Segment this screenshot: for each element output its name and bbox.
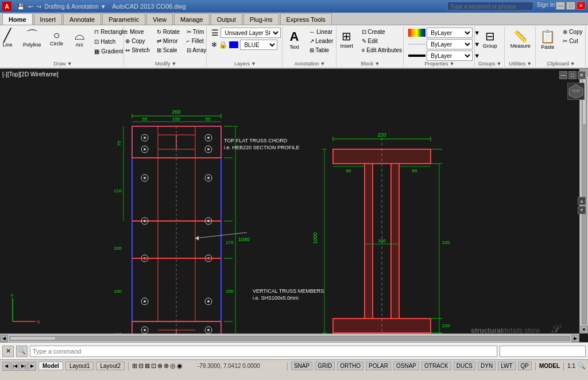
paste-button[interactable]: 📋 Paste	[537, 28, 558, 52]
tool-icon-7[interactable]: ◎	[170, 362, 176, 370]
layout1-tab[interactable]: Layout1	[65, 362, 94, 370]
layer-name-dropdown[interactable]: BLUE	[240, 40, 277, 50]
lock-icon[interactable]: 🔒	[219, 41, 227, 49]
clipboard-expand-icon[interactable]: ▼	[570, 61, 575, 67]
freeze-icon[interactable]: ❄	[211, 41, 217, 49]
layer-state-dropdown[interactable]: Unsaved Layer State	[220, 28, 281, 38]
nav-up-arrow[interactable]: ▲	[578, 197, 586, 205]
horizontal-scrollbar[interactable]: ◀ ▶	[0, 334, 579, 342]
text-button[interactable]: A Text	[284, 28, 305, 52]
color-dropdown[interactable]: ByLayer	[427, 28, 473, 38]
nav-down-arrow[interactable]: ▼	[578, 206, 586, 214]
edit-block-button[interactable]: ✎ Edit	[359, 37, 404, 45]
redo-icon[interactable]: ↪	[37, 3, 41, 10]
snap-button[interactable]: SNAP	[291, 362, 312, 370]
tab-scroll-left[interactable]: ◀	[2, 362, 10, 371]
clear-command-button[interactable]: ✕	[2, 346, 14, 357]
arc-button[interactable]: ⌓ Arc	[69, 28, 90, 49]
osnap-button[interactable]: OSNAP	[393, 362, 419, 370]
properties-expand-icon[interactable]: ▼	[450, 61, 455, 67]
scale-button[interactable]: ⊞ Scale	[154, 46, 182, 55]
tool-icon-8[interactable]: ◉	[177, 362, 183, 370]
group-button[interactable]: ⊟ Group	[479, 28, 500, 51]
close-viewport-button[interactable]: ✕	[578, 71, 586, 79]
grid-button[interactable]: GRID	[315, 362, 335, 370]
drawing-area[interactable]: [-][Top][2D Wireframe] — □ ✕ TOP ▲ ▼ Y X	[0, 69, 588, 342]
tab-express[interactable]: Express Tools	[280, 13, 332, 25]
tab-first[interactable]: |◀	[11, 362, 19, 371]
h-scrollbar-track[interactable]	[9, 336, 570, 341]
tab-home[interactable]: Home	[2, 13, 33, 25]
tool-icon-3[interactable]: ⊠	[145, 362, 150, 370]
tool-icon-4[interactable]: ⊡	[151, 362, 156, 370]
annotation-expand-icon[interactable]: ▼	[320, 61, 326, 67]
view-cube[interactable]: TOP	[567, 83, 585, 100]
block-expand-icon[interactable]: ▼	[374, 61, 380, 67]
tab-insert[interactable]: Insert	[34, 13, 63, 25]
tab-output[interactable]: Output	[211, 13, 242, 25]
minimize-viewport-button[interactable]: —	[559, 71, 567, 79]
polar-button[interactable]: POLAR	[366, 362, 391, 370]
ortho-button[interactable]: ORTHO	[337, 362, 363, 370]
save-icon[interactable]: 💾	[17, 3, 24, 10]
utilities-expand-icon[interactable]: ▼	[527, 61, 532, 67]
linetype-dropdown[interactable]: ByLayer	[427, 39, 473, 49]
create-block-button[interactable]: ⊡ Create	[359, 28, 404, 36]
qp-button[interactable]: QP	[518, 362, 532, 370]
tool-icon-5[interactable]: ⊗	[157, 362, 163, 370]
clipboard-copy-button[interactable]: ⊕ Copy	[560, 28, 585, 36]
toolbar-dropdown[interactable]: Drafting & Annotation ▼	[45, 3, 106, 10]
lwt-button[interactable]: LWT	[498, 362, 515, 370]
edit-attributes-button[interactable]: ≡ Edit Attributes	[359, 46, 404, 55]
layout2-tab[interactable]: Layout2	[96, 362, 125, 370]
scroll-right-button[interactable]: ▶	[571, 335, 579, 342]
modify-expand-icon[interactable]: ▼	[172, 61, 177, 67]
stretch-button[interactable]: ⇔ Stretch	[123, 46, 152, 55]
tab-plugins[interactable]: Plug-ins	[243, 13, 279, 25]
tab-annotate[interactable]: Annotate	[63, 13, 101, 25]
tab-scroll-right[interactable]: ▶	[28, 362, 36, 371]
restore-viewport-button[interactable]: □	[568, 71, 577, 79]
zoom-icon[interactable]: 🔍	[578, 362, 586, 370]
tab-parametric[interactable]: Parametric	[102, 13, 145, 25]
undo-icon[interactable]: ↩	[28, 3, 33, 10]
rotate-button[interactable]: ↻ Rotate	[154, 28, 182, 36]
tool-icon-6[interactable]: ⊕	[164, 362, 169, 370]
fillet-button[interactable]: ⌐ Fillet	[184, 37, 208, 45]
tool-icon-1[interactable]: ⊞	[132, 362, 137, 370]
drawing-canvas[interactable]: Y X 260 55 150 55	[0, 69, 588, 342]
linear-button[interactable]: ↔ Linear	[307, 28, 336, 36]
array-button[interactable]: ⊟ Array	[184, 46, 208, 55]
scroll-left-button[interactable]: ◀	[0, 335, 8, 342]
copy-button[interactable]: ⊕ Copy	[123, 37, 152, 45]
scroll-down-button[interactable]: ▼	[581, 325, 588, 334]
line-button[interactable]: ╱ Line	[0, 28, 18, 49]
groups-expand-icon[interactable]: ▼	[497, 61, 502, 67]
tab-manage[interactable]: Manage	[174, 13, 210, 25]
tab-last[interactable]: ▶|	[20, 362, 28, 371]
tab-view[interactable]: View	[146, 13, 173, 25]
ducs-button[interactable]: DUCS	[454, 362, 475, 370]
table-button[interactable]: ⊞ Table	[307, 46, 336, 55]
lineweight-dropdown[interactable]: ByLayer	[427, 51, 473, 61]
h-scrollbar-thumb[interactable]	[10, 336, 56, 340]
search-input[interactable]	[447, 2, 533, 11]
draw-expand-icon[interactable]: ▼	[67, 61, 72, 67]
maximize-button[interactable]: □	[566, 2, 575, 10]
tool-icon-2[interactable]: ⊟	[138, 362, 144, 370]
minimize-button[interactable]: —	[556, 2, 565, 10]
move-button[interactable]: ↕ Move	[123, 28, 152, 36]
layers-expand-icon[interactable]: ▼	[251, 61, 256, 67]
model-tab[interactable]: Model	[38, 362, 63, 370]
cut-button[interactable]: ✂ Cut	[560, 37, 585, 45]
otrack-button[interactable]: OTRACK	[421, 362, 451, 370]
close-button[interactable]: ✕	[577, 2, 586, 10]
mirror-button[interactable]: ⇌ Mirror	[154, 37, 182, 45]
insert-button[interactable]: ⊞ Insert	[336, 28, 357, 51]
layer-color-swatch[interactable]	[229, 41, 238, 48]
layer-props-icon[interactable]: ☰	[211, 28, 219, 37]
search-command-button[interactable]: 🔍	[16, 346, 28, 357]
sign-in-link[interactable]: Sign In	[537, 2, 555, 11]
trim-button[interactable]: ✂ Trim	[184, 28, 208, 36]
measure-button[interactable]: 📏 Measure	[508, 28, 533, 51]
